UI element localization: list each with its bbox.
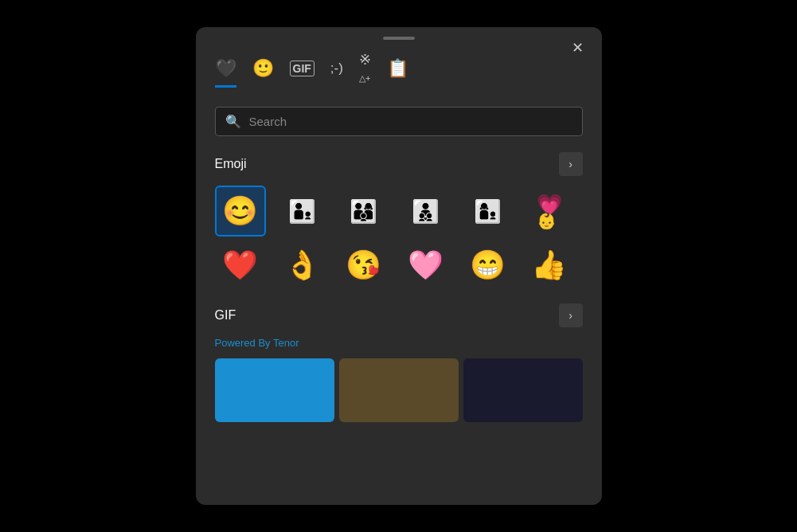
content-area: Emoji › 😊 👨‍👦 👨‍👩‍👦 👨‍👦‍👦 👩‍👦 💗👶 [196,146,602,505]
emoji-section-header: Emoji › [215,152,583,176]
recent-icon: 🖤 [215,58,236,79]
tab-emoji[interactable]: 🙂 [252,58,274,88]
emoji-panel: ✕ 🖤 🙂 GIF ;-) ※△+ 📋 🔍 Emoj [196,27,602,505]
gif-icon: GIF [290,61,315,76]
emoji-red-heart[interactable]: ❤️ [215,240,266,291]
search-icon: 🔍 [225,114,241,129]
emoji-family-man-boy[interactable]: 👨‍👦 [276,186,327,237]
gif-thumbnail-2[interactable] [339,358,459,422]
emoji-beaming-face[interactable]: 😁 [462,240,513,291]
tab-recent[interactable]: 🖤 [215,58,236,88]
tab-bar: 🖤 🙂 GIF ;-) ※△+ 📋 [196,45,602,94]
tab-gif[interactable]: GIF [290,61,315,85]
emoji-smiling-face[interactable]: 😊 [215,186,266,237]
kaomoji-icon: ;-) [330,61,343,76]
emoji-pink-heart[interactable]: 🩷 [400,240,451,291]
tab-clipboard[interactable]: 📋 [387,58,408,88]
emoji-ok-hand[interactable]: 👌 [276,240,327,291]
emoji-thumbs-up[interactable]: 👍 [524,240,575,291]
gif-section-header: GIF › [215,303,583,327]
emoji-section-title: Emoji [215,157,247,171]
search-area: 🔍 [196,94,602,146]
emoji-kissing-face[interactable]: 😘 [338,240,389,291]
search-box: 🔍 [215,107,583,136]
gif-thumbnail-3[interactable] [463,358,583,422]
gif-section-title: GIF [215,308,236,323]
gif-section: GIF › Powered By Tenor [215,303,583,422]
search-input[interactable] [249,115,572,128]
powered-by-tenor[interactable]: Powered By Tenor [215,337,583,349]
gif-more-button[interactable]: › [559,303,583,327]
clipboard-icon: 📋 [387,58,408,79]
emoji-family-man-woman-boy[interactable]: 👨‍👩‍👦 [338,186,389,237]
emoji-grid: 😊 👨‍👦 👨‍👩‍👦 👨‍👦‍👦 👩‍👦 💗👶 ❤️ 👌 😘 [215,186,583,291]
drag-handle-area [196,27,602,45]
gif-thumbnail-1[interactable] [215,358,334,422]
tab-kaomoji[interactable]: ;-) [330,61,343,85]
tab-symbols[interactable]: ※△+ [359,51,371,94]
gif-grid [215,358,583,422]
emoji-family-orange[interactable]: 👩‍👦 [462,186,513,237]
emoji-icon: 🙂 [252,58,274,79]
emoji-more-button[interactable]: › [559,152,583,176]
symbols-icon: ※△+ [359,51,371,85]
close-button[interactable]: ✕ [567,37,589,59]
drag-handle [383,37,415,40]
emoji-family-heart[interactable]: 💗👶 [524,186,575,237]
emoji-family-two-boys[interactable]: 👨‍👦‍👦 [400,186,451,237]
